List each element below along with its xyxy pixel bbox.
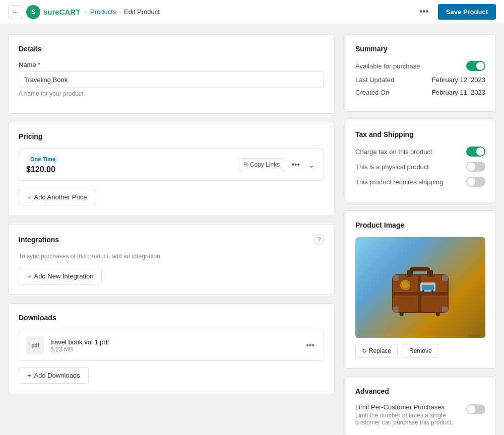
- name-input[interactable]: [19, 71, 324, 88]
- svg-point-16: [431, 290, 433, 292]
- logo: S sureCART: [26, 5, 80, 19]
- logo-text: sureCART: [43, 8, 80, 16]
- product-image-title: Product Image: [355, 221, 485, 229]
- plus-icon-downloads: +: [27, 372, 31, 379]
- breadcrumb-sep2: ›: [119, 9, 121, 15]
- last-updated-value: February 12, 2023: [432, 76, 485, 84]
- svg-rect-10: [442, 307, 448, 313]
- tax-shipping-card: Tax and Shipping Charge tax on this prod…: [345, 120, 496, 202]
- more-options-button[interactable]: •••: [415, 5, 433, 19]
- physical-product-toggle[interactable]: [466, 162, 485, 172]
- available-row: Available for purchase: [355, 61, 485, 71]
- pricing-title: Pricing: [19, 132, 324, 140]
- copy-icon: ⎘: [244, 161, 248, 168]
- add-integration-button[interactable]: + Add New Integration: [19, 268, 102, 284]
- replace-icon: ↻: [362, 347, 367, 354]
- topbar: ← S sureCART › Products › Edit Product •…: [0, 0, 504, 24]
- last-updated-row: Last Updated February 12, 2023: [355, 76, 485, 84]
- limit-label-group: Limit Per-Customer Purchases Limit the n…: [355, 403, 461, 426]
- right-column: Summary Available for purchase Last Upda…: [345, 34, 496, 435]
- copy-links-button[interactable]: ⎘ Copy Links: [239, 158, 285, 171]
- requires-shipping-row: This product requires shipping: [355, 177, 485, 187]
- breadcrumb: Products › Edit Product: [90, 8, 160, 16]
- name-form-group: Name * A name for your product.: [19, 61, 324, 97]
- price-amount: $120.00: [26, 165, 59, 174]
- price-expand-button[interactable]: ⌄: [306, 158, 317, 172]
- download-item: pdf travel book vol 1.pdf 5.23 MB •••: [19, 330, 324, 361]
- name-hint: A name for your product.: [19, 90, 324, 97]
- downloads-card: Downloads pdf travel book vol 1.pdf 5.23…: [8, 303, 335, 394]
- advanced-card: Advanced Limit Per-Customer Purchases Li…: [345, 377, 496, 435]
- details-title: Details: [19, 45, 324, 53]
- svg-point-18: [436, 312, 440, 316]
- price-actions: ⎘ Copy Links ••• ⌄: [239, 158, 317, 172]
- svg-rect-7: [393, 275, 399, 281]
- details-card: Details Name * A name for your product.: [8, 34, 335, 114]
- available-label: Available for purchase: [355, 62, 420, 70]
- copy-links-label: Copy Links: [250, 161, 280, 168]
- summary-card: Summary Available for purchase Last Upda…: [345, 34, 496, 112]
- product-image-card: Product Image: [345, 210, 496, 369]
- replace-image-button[interactable]: ↻ Replace: [355, 344, 398, 358]
- back-button[interactable]: ←: [8, 5, 22, 19]
- price-more-button[interactable]: •••: [289, 158, 302, 171]
- svg-rect-6: [410, 267, 430, 271]
- limit-toggle[interactable]: [466, 404, 485, 414]
- summary-title: Summary: [355, 45, 485, 53]
- topbar-left: ← S sureCART › Products › Edit Product: [8, 5, 160, 19]
- logo-icon: S: [26, 5, 40, 19]
- advanced-title: Advanced: [355, 387, 485, 395]
- integrations-hint: To sync purchases of this product, add a…: [19, 253, 324, 260]
- limit-row: Limit Per-Customer Purchases Limit the n…: [355, 403, 485, 426]
- breadcrumb-current: Edit Product: [124, 8, 160, 16]
- svg-rect-8: [442, 275, 448, 281]
- price-left: One Time $120.00: [26, 155, 59, 174]
- svg-rect-9: [393, 307, 399, 313]
- integrations-header: Integrations ?: [19, 235, 324, 245]
- remove-label: Remove: [409, 347, 432, 354]
- created-on-value: February 11, 2023: [432, 89, 485, 96]
- remove-image-button[interactable]: Remove: [403, 344, 438, 358]
- price-badge: One Time: [26, 155, 59, 163]
- product-image-container: [355, 237, 485, 338]
- suitcase-illustration: [388, 255, 453, 320]
- add-downloads-label: Add Downloads: [34, 372, 80, 379]
- requires-shipping-label: This product requires shipping: [355, 178, 443, 186]
- requires-shipping-toggle[interactable]: [466, 177, 485, 187]
- pricing-card: Pricing One Time $120.00 ⎘ Copy Links ••…: [8, 122, 335, 216]
- charge-tax-row: Charge tax on this product: [355, 147, 485, 157]
- available-toggle[interactable]: [466, 61, 485, 71]
- svg-point-17: [400, 312, 404, 316]
- limit-hint: Limit the number of times a single custo…: [355, 412, 461, 426]
- limit-label: Limit Per-Customer Purchases: [355, 403, 461, 411]
- image-actions: ↻ Replace Remove: [355, 344, 485, 358]
- breadcrumb-products[interactable]: Products: [90, 8, 116, 16]
- physical-product-row: This is a physical product: [355, 162, 485, 172]
- physical-product-label: This is a physical product: [355, 163, 429, 171]
- add-price-button[interactable]: + Add Another Price: [19, 189, 95, 205]
- download-size: 5.23 MB: [50, 346, 109, 353]
- svg-point-15: [422, 290, 424, 292]
- breadcrumb-sep1: ›: [84, 9, 86, 15]
- download-name: travel book vol 1.pdf: [50, 338, 109, 346]
- save-product-button[interactable]: Save Product: [438, 4, 496, 20]
- charge-tax-toggle[interactable]: [466, 147, 485, 157]
- add-downloads-button[interactable]: + Add Downloads: [19, 367, 89, 384]
- pdf-icon: pdf: [26, 336, 44, 354]
- download-more-button[interactable]: •••: [304, 339, 317, 352]
- add-price-label: Add Another Price: [34, 193, 87, 201]
- last-updated-label: Last Updated: [355, 76, 394, 84]
- plus-icon-integration: +: [27, 272, 31, 280]
- downloads-title: Downloads: [19, 314, 324, 322]
- product-image-placeholder: [355, 237, 485, 338]
- tax-shipping-title: Tax and Shipping: [355, 130, 485, 138]
- topbar-right: ••• Save Product: [415, 4, 496, 20]
- created-on-label: Created On: [355, 89, 389, 96]
- download-left: pdf travel book vol 1.pdf 5.23 MB: [26, 336, 109, 354]
- created-on-row: Created On February 11, 2023: [355, 89, 485, 96]
- price-row: One Time $120.00 ⎘ Copy Links ••• ⌄: [19, 149, 324, 181]
- replace-label: Replace: [369, 347, 391, 354]
- help-icon[interactable]: ?: [314, 235, 324, 245]
- svg-rect-14: [422, 285, 434, 290]
- integrations-title: Integrations: [19, 236, 59, 244]
